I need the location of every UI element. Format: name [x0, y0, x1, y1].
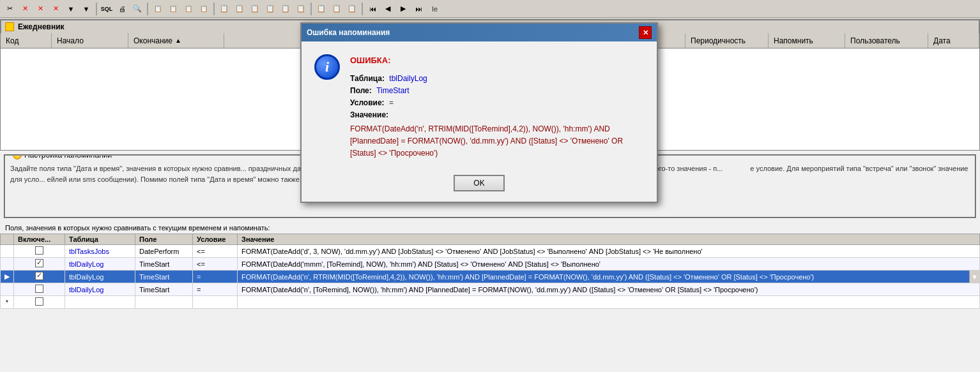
ok-button[interactable]: OK — [454, 175, 505, 191]
table-label: Таблица: — [350, 74, 385, 83]
table-row[interactable]: * — [1, 296, 980, 309]
toolbar-btn-filter1[interactable]: ▼ — [64, 2, 78, 16]
dialog-titlebar: Ошибка напоминания ✕ — [302, 24, 657, 41]
th-condition[interactable]: Условие — [193, 234, 238, 245]
dialog-close-button[interactable]: ✕ — [639, 26, 652, 39]
table-row[interactable]: tblDailyLogTimeStart<=FORMAT(DateAdd('mm… — [1, 258, 980, 271]
toolbar-btn-nav-next[interactable]: ▶ — [396, 2, 410, 16]
sep-4 — [310, 3, 312, 15]
th-include[interactable]: Включе... — [14, 234, 65, 245]
sep-3 — [213, 3, 215, 15]
dialog-footer: OK — [302, 170, 657, 202]
toolbar-btn-3[interactable]: ✕ — [33, 2, 47, 16]
toolbar-btn-a2[interactable]: 📋 — [166, 2, 180, 16]
toolbar-btn-c3[interactable]: 📋 — [345, 2, 359, 16]
dialog-title: Ошибка напоминания — [307, 28, 390, 37]
checkbox[interactable] — [35, 297, 43, 306]
cell-field: TimeStart — [135, 258, 193, 271]
table-row[interactable]: tblTasksJobsDatePerform<=FORMAT(DateAdd(… — [1, 245, 980, 258]
col-periodicity[interactable]: Периодичность — [685, 33, 769, 48]
cell-table: tblDailyLog — [65, 271, 135, 283]
col-remind[interactable]: Напомнить — [769, 33, 845, 48]
toolbar-btn-c2[interactable]: 📋 — [330, 2, 344, 16]
toolbar-btn-2[interactable]: ✕ — [18, 2, 32, 16]
row-indicator — [1, 283, 14, 296]
toolbar-btn-1[interactable]: ✂ — [3, 2, 17, 16]
checkbox-cell[interactable] — [14, 258, 65, 271]
cell-table: tblTasksJobs — [65, 245, 135, 258]
toolbar-btn-nav-prev[interactable]: ◀ — [381, 2, 395, 16]
cell-condition: = — [193, 283, 238, 296]
checkbox-cell[interactable] — [14, 245, 65, 258]
toolbar-btn-b1[interactable]: 📋 — [217, 2, 231, 16]
cell-table — [65, 296, 135, 309]
row-indicator — [1, 258, 14, 271]
toolbar-btn-b5[interactable]: 📋 — [279, 2, 293, 16]
cell-table: tblDailyLog — [65, 283, 135, 296]
toolbar-btn-a1[interactable]: 📋 — [151, 2, 165, 16]
sort-arrow: ▲ — [175, 37, 181, 44]
field-value: TimeStart — [376, 86, 410, 95]
toolbar-btn-filter2[interactable]: ▼ — [79, 2, 93, 16]
field-label: Поле: — [350, 86, 372, 95]
toolbar-btn-nav-last[interactable]: ⏭ — [411, 2, 425, 16]
value-label: Значение: — [350, 110, 388, 119]
cell-value: FORMAT(DateAdd('mmm', [ToRemind], NOW), … — [238, 258, 980, 271]
col-start[interactable]: Начало — [52, 33, 128, 48]
toolbar-btn-sql[interactable]: SQL — [100, 2, 114, 16]
cell-field: TimeStart — [135, 283, 193, 296]
checkbox-cell[interactable] — [14, 296, 65, 309]
diary-title: Ежедневник — [18, 22, 65, 31]
toolbar-btn-b2[interactable]: 📋 — [233, 2, 247, 16]
dialog-content: i ОШИБКА: Таблица: tblDailyLog Поле: Tim… — [302, 41, 657, 170]
checkbox-cell[interactable] — [14, 283, 65, 296]
col-user[interactable]: Пользователь — [845, 33, 928, 48]
toolbar-btn-b6[interactable]: 📋 — [294, 2, 308, 16]
checkbox[interactable] — [35, 259, 43, 267]
toolbar-ie-label: Ie — [432, 5, 438, 13]
toolbar-btn-c1[interactable]: 📋 — [314, 2, 328, 16]
cell-value: FORMAT(DateAdd('n', RTRIM(MID([ToRemind]… — [238, 271, 980, 283]
toolbar-btn-a3[interactable]: 📋 — [181, 2, 195, 16]
dropdown-arrow-icon[interactable]: ▼ — [969, 271, 979, 283]
th-value[interactable]: Значение — [238, 234, 980, 245]
cell-field: TimeStart — [135, 271, 193, 283]
info-icon: i — [314, 54, 340, 80]
checkbox-cell[interactable] — [14, 271, 65, 283]
col-end[interactable]: Окончание ▲ — [128, 33, 224, 48]
toolbar-btn-nav-first[interactable]: ⏮ — [365, 2, 379, 16]
table-row[interactable]: tblDailyLogTimeStart=FORMAT(DateAdd('n',… — [1, 283, 980, 296]
bottom-section: Поля, значения в которых нужно сравниват… — [0, 222, 980, 309]
checkbox[interactable] — [35, 272, 43, 280]
toolbar-btn-b3[interactable]: 📋 — [248, 2, 262, 16]
table-value: tblDailyLog — [389, 74, 427, 83]
reminder-settings-title-wrapper: ○ Настройка напоминаний — [10, 154, 114, 160]
checkbox[interactable] — [35, 246, 43, 255]
sep-2 — [147, 3, 148, 15]
checkbox[interactable] — [35, 285, 43, 293]
dialog-message: ОШИБКА: Таблица: tblDailyLog Поле: TimeS… — [350, 54, 644, 160]
cell-field: DatePerform — [135, 245, 193, 258]
th-field[interactable]: Поле — [135, 234, 193, 245]
toolbar-btn-print[interactable]: 🖨 — [115, 2, 129, 16]
toolbar-btn-b4[interactable]: 📋 — [263, 2, 277, 16]
cell-condition: = — [193, 271, 238, 283]
table-row[interactable]: ▶tblDailyLogTimeStart=FORMAT(DateAdd('n'… — [1, 271, 980, 283]
toolbar-btn-search[interactable]: 🔍 — [130, 2, 144, 16]
toolbar-btn-4[interactable]: ✕ — [49, 2, 63, 16]
col-code[interactable]: Код — [1, 33, 52, 48]
cell-table: tblDailyLog — [65, 258, 135, 271]
th-table[interactable]: Таблица — [65, 234, 135, 245]
data-table: Включе... Таблица Поле Условие Значение … — [0, 234, 980, 309]
toolbar-btn-a4[interactable]: 📋 — [197, 2, 211, 16]
value-text: FORMAT(DateAdd('n', RTRIM(MID([ToRemind]… — [350, 124, 623, 158]
condition-value: = — [389, 98, 394, 107]
cell-condition: <= — [193, 258, 238, 271]
col-date[interactable]: Дата — [928, 33, 979, 48]
cell-value: FORMAT(DateAdd('n', [ToRemind], NOW()), … — [238, 283, 980, 296]
sep-1 — [96, 3, 97, 15]
row-indicator: * — [1, 296, 14, 309]
reminder-settings-icon: ○ — [13, 154, 22, 160]
cell-value: FORMAT(DateAdd('d', 3, NOW), 'dd.mm.yy')… — [238, 245, 980, 258]
condition-label: Условие: — [350, 98, 385, 107]
